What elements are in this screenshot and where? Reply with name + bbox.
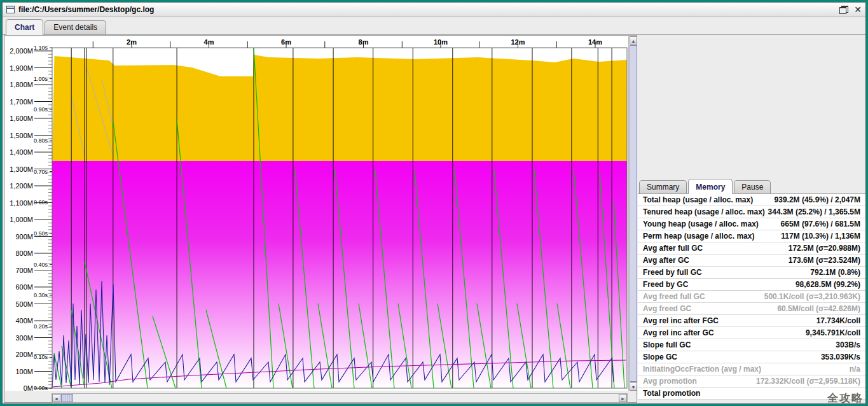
stat-value: 172.332K/coll (σ=2,959.118K) — [756, 375, 865, 387]
svg-text:1,700M: 1,700M — [10, 98, 33, 106]
svg-text:6m: 6m — [281, 38, 291, 46]
stat-label: Avg freed full GC — [638, 291, 705, 302]
tab-summary[interactable]: Summary — [639, 180, 687, 193]
tab-chart[interactable]: Chart — [6, 19, 43, 35]
tab-memory[interactable]: Memory — [688, 179, 733, 194]
stat-value: 500.1K/coll (σ=3,210.963K) — [764, 291, 865, 302]
stat-label: Total promotion — [638, 388, 700, 399]
stat-value: 665M (97.6%) / 681.5M — [781, 218, 865, 230]
svg-text:0.30s: 0.30s — [34, 292, 48, 298]
stat-row-avg-after-full-gc[interactable]: Avg after full GC172.5M (σ=20.988M) — [638, 242, 865, 255]
svg-text:0.60s: 0.60s — [34, 199, 48, 206]
app-window: file:/C:/Users/summer/Desktop/gc.log ✕ C… — [2, 2, 866, 404]
stat-label: Perm heap (usage / alloc. max) — [638, 230, 754, 242]
stat-label: Avg after full GC — [638, 242, 703, 254]
stat-value: 344.3M (25.2%) / 1,365.5M — [768, 206, 865, 218]
vertical-scroll-thumb[interactable] — [630, 45, 637, 382]
stat-label: Total heap (usage / alloc. max) — [638, 194, 753, 206]
stat-label: Avg rel inc after GC — [638, 327, 714, 339]
title-bar[interactable]: file:/C:/Users/summer/Desktop/gc.log ✕ — [3, 3, 865, 17]
svg-text:10m: 10m — [434, 38, 448, 46]
svg-text:1,300M: 1,300M — [10, 165, 33, 173]
stat-value: 172.5M (σ=20.988M) — [789, 242, 865, 254]
stat-row-tenured-heap-usage-alloc-max[interactable]: Tenured heap (usage / alloc. max)344.3M … — [638, 206, 865, 218]
restore-window-icon[interactable] — [839, 6, 848, 14]
stat-row-young-heap-usage-alloc-max[interactable]: Young heap (usage / alloc. max)665M (97.… — [638, 218, 865, 230]
stat-value: 17.734K/coll — [816, 315, 865, 326]
stat-label: Freed by GC — [638, 279, 688, 290]
watermark: 全攻略 — [827, 391, 864, 405]
details-panel: Summary Memory Pause Total heap (usage /… — [638, 35, 865, 403]
tenured-heap-area — [52, 161, 627, 388]
svg-text:1,400M: 1,400M — [10, 148, 33, 156]
stat-row-avg-freed-full-gc[interactable]: Avg freed full GC500.1K/coll (σ=3,210.96… — [638, 291, 865, 303]
window-title: file:/C:/Users/summer/Desktop/gc.log — [18, 5, 154, 14]
stat-value: 792.1M (0.8%) — [810, 267, 865, 278]
stat-row-avg-after-gc[interactable]: Avg after GC173.6M (σ=23.524M) — [638, 255, 865, 267]
stat-label: Avg freed GC — [638, 303, 691, 314]
svg-text:1,800M: 1,800M — [10, 81, 33, 88]
tab-pause[interactable]: Pause — [734, 180, 771, 193]
svg-text:1,100M: 1,100M — [10, 199, 33, 207]
stat-row-initiatingoccfraction-avg-max[interactable]: InitiatingOccFraction (avg / max)n/a — [638, 363, 865, 375]
stat-row-avg-rel-inc-after-fgc[interactable]: Avg rel inc after FGC17.734K/coll — [638, 315, 865, 327]
svg-text:1,200M: 1,200M — [10, 182, 33, 190]
gc-chart[interactable]: 2m4m6m8m10m12m14m2,000M1,900M1,800M1,700… — [5, 36, 628, 391]
svg-text:800M: 800M — [15, 249, 33, 257]
stat-value: 117M (10.3%) / 1,136M — [781, 230, 865, 242]
stat-value: n/a — [850, 363, 865, 375]
svg-text:0.90s: 0.90s — [34, 106, 48, 113]
stat-label: Avg promotion — [638, 375, 697, 387]
stat-row-total-heap-usage-alloc-max[interactable]: Total heap (usage / alloc. max)939.2M (4… — [638, 194, 865, 206]
stat-label: Tenured heap (usage / alloc. max) — [638, 206, 765, 218]
stat-label: Slope GC — [638, 351, 677, 363]
stat-row-freed-by-full-gc[interactable]: Freed by full GC792.1M (0.8%) — [638, 267, 865, 279]
stat-label: Freed by full GC — [638, 267, 702, 278]
stat-label: Avg after GC — [638, 255, 689, 266]
svg-text:0.80s: 0.80s — [34, 137, 48, 144]
svg-text:2,000M: 2,000M — [10, 47, 33, 55]
svg-text:0.20s: 0.20s — [34, 323, 48, 330]
window-controls: ✕ — [839, 6, 862, 14]
stat-row-perm-heap-usage-alloc-max[interactable]: Perm heap (usage / alloc. max)117M (10.3… — [638, 230, 865, 242]
svg-text:1.10s: 1.10s — [34, 45, 48, 51]
svg-text:900M: 900M — [15, 233, 33, 241]
svg-text:12m: 12m — [511, 38, 525, 46]
tab-event-details[interactable]: Event details — [45, 20, 106, 34]
stat-row-slope-gc[interactable]: Slope GC353.039K/s — [638, 351, 865, 363]
svg-text:500M: 500M — [15, 300, 33, 308]
stat-row-slope-full-gc[interactable]: Slope full GC303B/s — [638, 339, 865, 351]
svg-text:300M: 300M — [15, 334, 33, 342]
svg-text:0.50s: 0.50s — [34, 230, 48, 237]
scroll-left-icon[interactable]: ◄ — [52, 394, 60, 402]
svg-text:1,000M: 1,000M — [10, 216, 33, 223]
svg-text:200M: 200M — [15, 351, 33, 358]
stat-label: Slope full GC — [638, 339, 691, 351]
stat-value: 303B/s — [836, 339, 865, 351]
stat-row-freed-by-gc[interactable]: Freed by GC98,628.5M (99.2%) — [638, 279, 865, 291]
chart-horizontal-scrollbar[interactable]: ◄ ► — [52, 393, 628, 403]
horizontal-scroll-thumb[interactable] — [61, 394, 73, 402]
stat-row-avg-rel-inc-after-gc[interactable]: Avg rel inc after GC9,345.791K/coll — [638, 327, 865, 339]
main-tab-bar: Chart Event details — [6, 19, 106, 35]
stat-label: Young heap (usage / alloc. max) — [638, 218, 759, 230]
svg-text:14m: 14m — [588, 38, 602, 46]
svg-text:1.00s: 1.00s — [34, 76, 48, 82]
stat-row-avg-freed-gc[interactable]: Avg freed GC60.5M/coll (σ=42.626M) — [638, 303, 865, 315]
scroll-down-icon[interactable]: ▼ — [630, 382, 637, 391]
close-icon[interactable]: ✕ — [854, 6, 862, 14]
stat-row-avg-promotion[interactable]: Avg promotion172.332K/coll (σ=2,959.118K… — [638, 375, 865, 388]
scroll-right-icon[interactable]: ► — [619, 394, 627, 402]
svg-text:2m: 2m — [127, 38, 137, 46]
scroll-up-icon[interactable]: ▲ — [630, 36, 637, 45]
svg-text:1,600M: 1,600M — [10, 115, 33, 122]
stat-value: 939.2M (45.9%) / 2,047M — [775, 194, 865, 206]
svg-text:0.70s: 0.70s — [34, 169, 48, 175]
details-tab-bar: Summary Memory Pause — [639, 179, 771, 193]
window-icon — [6, 6, 15, 13]
svg-text:400M: 400M — [15, 317, 33, 325]
svg-text:100M: 100M — [15, 368, 33, 375]
chart-vertical-scrollbar[interactable]: ▲ ▼ — [628, 36, 637, 391]
svg-text:0.10s: 0.10s — [34, 354, 48, 360]
stat-label: InitiatingOccFraction (avg / max) — [638, 363, 761, 375]
